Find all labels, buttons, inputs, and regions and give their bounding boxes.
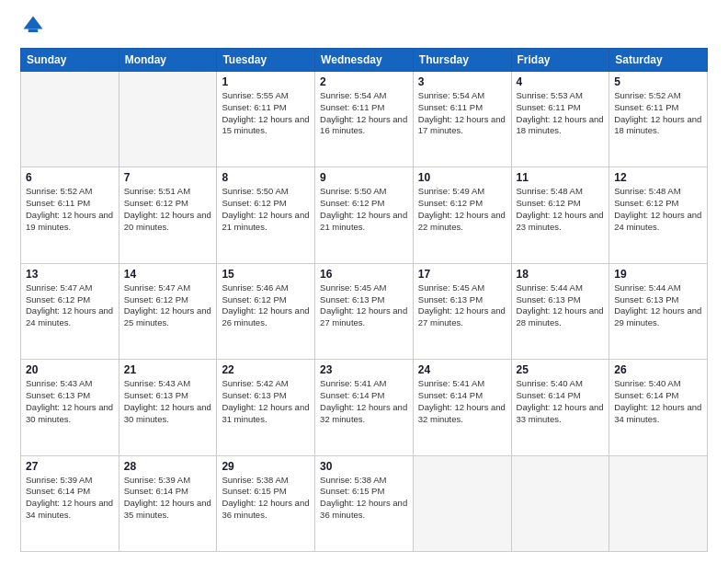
day-info: Sunrise: 5:44 AM Sunset: 6:13 PM Dayligh… xyxy=(517,282,605,329)
day-info: Sunrise: 5:38 AM Sunset: 6:15 PM Dayligh… xyxy=(320,475,408,522)
day-info: Sunrise: 5:44 AM Sunset: 6:13 PM Dayligh… xyxy=(614,282,702,329)
calendar-day-cell xyxy=(119,72,217,167)
calendar-day-cell: 30Sunrise: 5:38 AM Sunset: 6:15 PM Dayli… xyxy=(315,455,414,551)
day-number: 6 xyxy=(26,171,114,184)
calendar-day-cell: 28Sunrise: 5:39 AM Sunset: 6:14 PM Dayli… xyxy=(119,455,217,551)
day-info: Sunrise: 5:48 AM Sunset: 6:12 PM Dayligh… xyxy=(614,186,702,233)
calendar-day-cell xyxy=(413,455,511,551)
day-info: Sunrise: 5:49 AM Sunset: 6:12 PM Dayligh… xyxy=(418,186,506,233)
day-info: Sunrise: 5:45 AM Sunset: 6:13 PM Dayligh… xyxy=(418,282,506,329)
calendar-day-cell: 12Sunrise: 5:48 AM Sunset: 6:12 PM Dayli… xyxy=(609,167,708,263)
day-info: Sunrise: 5:51 AM Sunset: 6:12 PM Dayligh… xyxy=(124,186,212,233)
calendar-day-cell: 3Sunrise: 5:54 AM Sunset: 6:11 PM Daylig… xyxy=(413,72,511,167)
day-number: 25 xyxy=(517,363,605,376)
day-number: 4 xyxy=(517,75,605,88)
calendar-table: SundayMondayTuesdayWednesdayThursdayFrid… xyxy=(20,48,708,552)
day-number: 24 xyxy=(418,363,506,376)
day-number: 27 xyxy=(26,460,114,473)
calendar-day-cell: 23Sunrise: 5:41 AM Sunset: 6:14 PM Dayli… xyxy=(315,360,414,455)
day-number: 3 xyxy=(418,75,506,88)
day-number: 13 xyxy=(26,268,114,281)
day-number: 7 xyxy=(124,171,212,184)
calendar-header-friday: Friday xyxy=(511,49,609,72)
day-info: Sunrise: 5:38 AM Sunset: 6:15 PM Dayligh… xyxy=(222,475,310,522)
calendar-day-cell: 8Sunrise: 5:50 AM Sunset: 6:12 PM Daylig… xyxy=(217,167,315,263)
day-number: 22 xyxy=(222,363,310,376)
day-number: 14 xyxy=(124,268,212,281)
calendar-day-cell: 4Sunrise: 5:53 AM Sunset: 6:11 PM Daylig… xyxy=(511,72,609,167)
day-info: Sunrise: 5:47 AM Sunset: 6:12 PM Dayligh… xyxy=(124,282,212,329)
day-info: Sunrise: 5:53 AM Sunset: 6:11 PM Dayligh… xyxy=(517,90,605,137)
day-info: Sunrise: 5:52 AM Sunset: 6:11 PM Dayligh… xyxy=(26,186,114,233)
day-number: 21 xyxy=(124,363,212,376)
svg-rect-1 xyxy=(28,29,39,33)
calendar-day-cell: 9Sunrise: 5:50 AM Sunset: 6:12 PM Daylig… xyxy=(315,167,414,263)
day-info: Sunrise: 5:43 AM Sunset: 6:13 PM Dayligh… xyxy=(26,378,114,425)
day-info: Sunrise: 5:48 AM Sunset: 6:12 PM Dayligh… xyxy=(517,186,605,233)
day-info: Sunrise: 5:55 AM Sunset: 6:11 PM Dayligh… xyxy=(222,90,310,137)
calendar-day-cell: 25Sunrise: 5:40 AM Sunset: 6:14 PM Dayli… xyxy=(511,360,609,455)
calendar-week-row: 1Sunrise: 5:55 AM Sunset: 6:11 PM Daylig… xyxy=(21,72,708,167)
day-number: 2 xyxy=(320,75,408,88)
day-info: Sunrise: 5:39 AM Sunset: 6:14 PM Dayligh… xyxy=(124,475,212,522)
calendar-day-cell: 27Sunrise: 5:39 AM Sunset: 6:14 PM Dayli… xyxy=(21,455,119,551)
day-number: 15 xyxy=(222,268,310,281)
calendar-day-cell: 2Sunrise: 5:54 AM Sunset: 6:11 PM Daylig… xyxy=(315,72,414,167)
calendar-header-saturday: Saturday xyxy=(609,49,708,72)
calendar-header-wednesday: Wednesday xyxy=(315,49,414,72)
calendar-week-row: 6Sunrise: 5:52 AM Sunset: 6:11 PM Daylig… xyxy=(21,167,708,263)
day-info: Sunrise: 5:54 AM Sunset: 6:11 PM Dayligh… xyxy=(418,90,506,137)
day-info: Sunrise: 5:42 AM Sunset: 6:13 PM Dayligh… xyxy=(222,378,310,425)
page: SundayMondayTuesdayWednesdayThursdayFrid… xyxy=(0,0,728,563)
calendar-header-row: SundayMondayTuesdayWednesdayThursdayFrid… xyxy=(21,49,708,72)
calendar-day-cell xyxy=(21,72,119,167)
calendar-day-cell: 14Sunrise: 5:47 AM Sunset: 6:12 PM Dayli… xyxy=(119,263,217,359)
day-number: 23 xyxy=(320,363,408,376)
day-number: 29 xyxy=(222,460,310,473)
day-number: 26 xyxy=(614,363,702,376)
day-info: Sunrise: 5:41 AM Sunset: 6:14 PM Dayligh… xyxy=(320,378,408,425)
day-number: 16 xyxy=(320,268,408,281)
day-info: Sunrise: 5:40 AM Sunset: 6:14 PM Dayligh… xyxy=(517,378,605,425)
header xyxy=(20,17,708,39)
calendar-header-tuesday: Tuesday xyxy=(217,49,315,72)
calendar-header-sunday: Sunday xyxy=(21,49,119,72)
day-info: Sunrise: 5:39 AM Sunset: 6:14 PM Dayligh… xyxy=(26,475,114,522)
calendar-day-cell: 13Sunrise: 5:47 AM Sunset: 6:12 PM Dayli… xyxy=(21,263,119,359)
calendar-day-cell: 15Sunrise: 5:46 AM Sunset: 6:12 PM Dayli… xyxy=(217,263,315,359)
svg-marker-0 xyxy=(24,17,43,29)
calendar-week-row: 27Sunrise: 5:39 AM Sunset: 6:14 PM Dayli… xyxy=(21,455,708,551)
calendar-day-cell: 7Sunrise: 5:51 AM Sunset: 6:12 PM Daylig… xyxy=(119,167,217,263)
calendar-header-monday: Monday xyxy=(119,49,217,72)
day-number: 11 xyxy=(517,171,605,184)
day-info: Sunrise: 5:50 AM Sunset: 6:12 PM Dayligh… xyxy=(320,186,408,233)
day-info: Sunrise: 5:50 AM Sunset: 6:12 PM Dayligh… xyxy=(222,186,310,233)
calendar-day-cell: 11Sunrise: 5:48 AM Sunset: 6:12 PM Dayli… xyxy=(511,167,609,263)
calendar-day-cell: 17Sunrise: 5:45 AM Sunset: 6:13 PM Dayli… xyxy=(413,263,511,359)
day-number: 19 xyxy=(614,268,702,281)
calendar-day-cell: 5Sunrise: 5:52 AM Sunset: 6:11 PM Daylig… xyxy=(609,72,708,167)
calendar-week-row: 20Sunrise: 5:43 AM Sunset: 6:13 PM Dayli… xyxy=(21,360,708,455)
day-number: 5 xyxy=(614,75,702,88)
calendar-day-cell: 20Sunrise: 5:43 AM Sunset: 6:13 PM Dayli… xyxy=(21,360,119,455)
calendar-day-cell: 19Sunrise: 5:44 AM Sunset: 6:13 PM Dayli… xyxy=(609,263,708,359)
logo xyxy=(20,17,50,39)
calendar-day-cell: 16Sunrise: 5:45 AM Sunset: 6:13 PM Dayli… xyxy=(315,263,414,359)
day-info: Sunrise: 5:45 AM Sunset: 6:13 PM Dayligh… xyxy=(320,282,408,329)
calendar-day-cell: 24Sunrise: 5:41 AM Sunset: 6:14 PM Dayli… xyxy=(413,360,511,455)
day-number: 17 xyxy=(418,268,506,281)
calendar-day-cell: 22Sunrise: 5:42 AM Sunset: 6:13 PM Dayli… xyxy=(217,360,315,455)
day-info: Sunrise: 5:54 AM Sunset: 6:11 PM Dayligh… xyxy=(320,90,408,137)
day-info: Sunrise: 5:47 AM Sunset: 6:12 PM Dayligh… xyxy=(26,282,114,329)
day-number: 9 xyxy=(320,171,408,184)
day-number: 10 xyxy=(418,171,506,184)
calendar-day-cell xyxy=(511,455,609,551)
calendar-day-cell: 18Sunrise: 5:44 AM Sunset: 6:13 PM Dayli… xyxy=(511,263,609,359)
logo-icon xyxy=(20,13,46,39)
day-info: Sunrise: 5:43 AM Sunset: 6:13 PM Dayligh… xyxy=(124,378,212,425)
day-number: 28 xyxy=(124,460,212,473)
day-number: 8 xyxy=(222,171,310,184)
day-number: 30 xyxy=(320,460,408,473)
calendar-day-cell: 6Sunrise: 5:52 AM Sunset: 6:11 PM Daylig… xyxy=(21,167,119,263)
calendar-header-thursday: Thursday xyxy=(413,49,511,72)
